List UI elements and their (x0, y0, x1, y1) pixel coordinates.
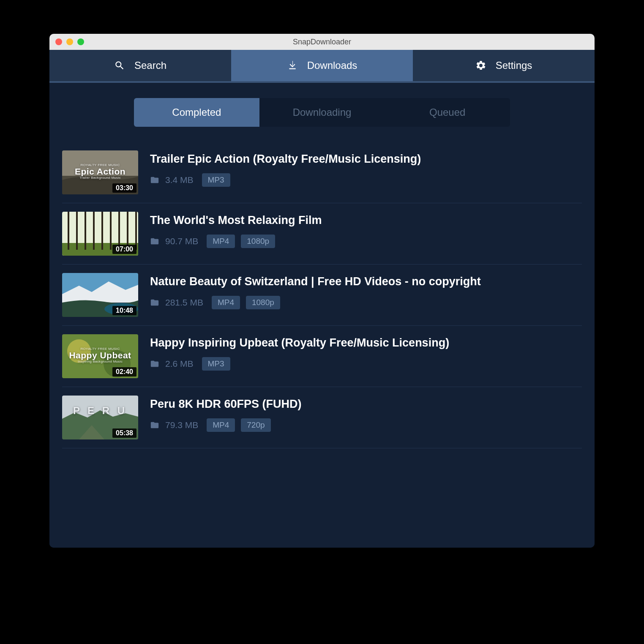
window-controls (55, 38, 84, 45)
maximize-window-button[interactable] (77, 38, 84, 45)
item-info: 79.3 MB MP4 720p (150, 418, 582, 432)
item-meta: Happy Inspiring Upbeat (Royalty Free/Mus… (150, 334, 582, 371)
duration-badge: 03:30 (112, 183, 136, 193)
search-icon (114, 60, 125, 71)
download-item[interactable]: 10:48 Nature Beauty of Switzerland | Fre… (62, 265, 582, 326)
download-icon (287, 60, 298, 71)
download-item[interactable]: P E R U 05:38 Peru 8K HDR 60FPS (FUHD) 7… (62, 387, 582, 448)
tab-search-label: Search (134, 60, 166, 71)
thumbnail: P E R U 05:38 (62, 396, 138, 439)
content-area: Completed Downloading Queued ROYALTY FRE… (49, 83, 595, 548)
format-badge: MP3 (202, 357, 230, 371)
app-window: SnapDownloader Search Downloads Settings… (49, 34, 595, 548)
item-meta: The World's Most Relaxing Film 90.7 MB M… (150, 212, 582, 248)
quality-badge: 1080p (241, 235, 275, 248)
downloads-list: ROYALTY FREE MUSIC Epic Action Trailer B… (49, 142, 595, 448)
sub-tabs: Completed Downloading Queued (134, 98, 510, 127)
item-info: 90.7 MB MP4 1080p (150, 235, 582, 248)
subtab-downloading[interactable]: Downloading (259, 98, 385, 127)
format-badge: MP4 (207, 235, 235, 248)
item-title: Peru 8K HDR 60FPS (FUHD) (150, 397, 582, 411)
item-info: 3.4 MB MP3 (150, 173, 582, 187)
thumbnail: 07:00 (62, 212, 138, 256)
duration-badge: 05:38 (112, 428, 136, 438)
subtab-completed[interactable]: Completed (134, 98, 259, 127)
tab-search[interactable]: Search (49, 50, 231, 81)
duration-badge: 02:40 (112, 367, 136, 377)
item-meta: Nature Beauty of Switzerland | Free HD V… (150, 273, 582, 309)
duration-badge: 07:00 (112, 245, 136, 254)
quality-badge: 1080p (246, 296, 280, 309)
thumbnail-overlay-text: P E R U (62, 406, 138, 416)
folder-icon[interactable] (150, 237, 159, 246)
thumbnail: 10:48 (62, 273, 138, 317)
folder-icon[interactable] (150, 420, 159, 430)
item-title: Happy Inspiring Upbeat (Royalty Free/Mus… (150, 336, 582, 349)
file-size: 2.6 MB (165, 359, 194, 369)
item-info: 281.5 MB MP4 1080p (150, 296, 582, 309)
window-title: SnapDownloader (49, 38, 595, 46)
file-size: 90.7 MB (165, 236, 198, 246)
thumbnail-overlay-text: ROYALTY FREE MUSIC Epic Action Trailer B… (62, 164, 138, 180)
format-badge: MP3 (202, 173, 230, 187)
tab-settings-label: Settings (496, 60, 532, 71)
folder-icon[interactable] (150, 359, 159, 368)
file-size: 281.5 MB (165, 297, 203, 308)
gear-icon (475, 60, 486, 71)
item-meta: Peru 8K HDR 60FPS (FUHD) 79.3 MB MP4 720… (150, 396, 582, 432)
item-info: 2.6 MB MP3 (150, 357, 582, 371)
quality-badge: 720p (241, 418, 270, 432)
close-window-button[interactable] (55, 38, 62, 45)
item-title: The World's Most Relaxing Film (150, 213, 582, 227)
folder-icon[interactable] (150, 175, 159, 185)
tab-downloads-label: Downloads (307, 60, 357, 71)
duration-badge: 10:48 (112, 306, 136, 315)
download-item[interactable]: 07:00 The World's Most Relaxing Film 90.… (62, 203, 582, 265)
tab-settings[interactable]: Settings (413, 50, 595, 81)
file-size: 79.3 MB (165, 420, 198, 430)
titlebar: SnapDownloader (49, 34, 595, 50)
item-title: Trailer Epic Action (Royalty Free/Music … (150, 152, 582, 166)
file-size: 3.4 MB (165, 175, 194, 185)
subtab-queued[interactable]: Queued (385, 98, 510, 127)
thumbnail: ROYALTY FREE MUSIC Epic Action Trailer B… (62, 150, 138, 194)
folder-icon[interactable] (150, 298, 159, 307)
minimize-window-button[interactable] (66, 38, 73, 45)
download-item[interactable]: ROYALTY FREE MUSIC Epic Action Trailer B… (62, 142, 582, 203)
thumbnail: ROYALTY FREE MUSIC Happy Upbeat Inspirin… (62, 334, 138, 378)
format-badge: MP4 (207, 418, 235, 432)
tab-downloads[interactable]: Downloads (231, 50, 413, 81)
item-meta: Trailer Epic Action (Royalty Free/Music … (150, 150, 582, 187)
format-badge: MP4 (212, 296, 240, 309)
main-tabs: Search Downloads Settings (49, 50, 595, 83)
download-item[interactable]: ROYALTY FREE MUSIC Happy Upbeat Inspirin… (62, 326, 582, 387)
thumbnail-overlay-text: ROYALTY FREE MUSIC Happy Upbeat Inspirin… (62, 347, 138, 364)
item-title: Nature Beauty of Switzerland | Free HD V… (150, 275, 582, 288)
